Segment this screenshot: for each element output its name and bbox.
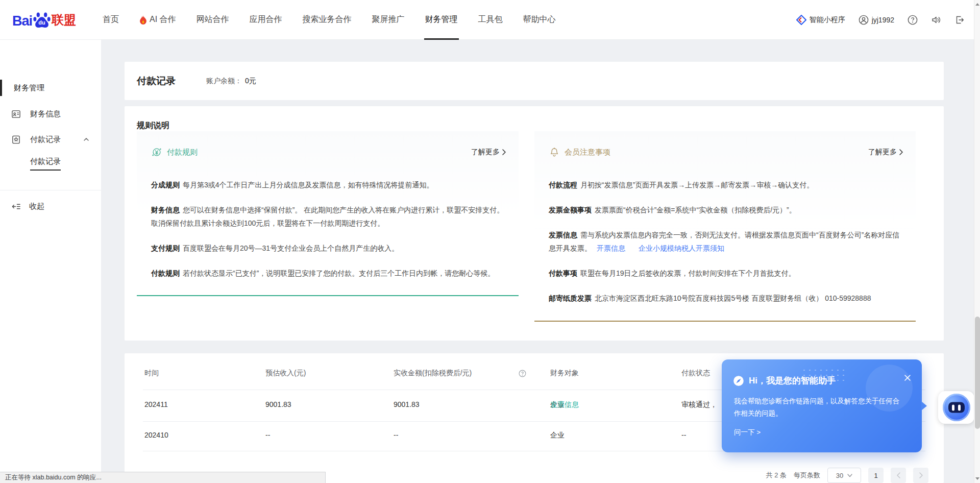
robot-face (948, 402, 965, 413)
cell-estimated: 9001.83 (265, 400, 291, 408)
prev-page-button[interactable] (891, 468, 906, 483)
member-notes-card: 会员注意事项 了解更多 付款流程月初按“发票信息”页面开具发票→上传发票→邮寄发… (534, 131, 916, 322)
sidebar-collapse-button[interactable]: 收起 (0, 197, 101, 215)
close-icon[interactable] (903, 374, 912, 382)
col-header-finance-object: 财务对象 (550, 369, 579, 378)
chevron-left-icon (896, 472, 901, 478)
sidebar: 财务管理 财务信息 付款记录 付款记录 收起 (0, 40, 101, 483)
page-root: Bai du 联盟 首页 AI 合作 网站合作 应用合作 搜索业务合作 聚屏推广… (0, 0, 980, 483)
collapse-sidebar-icon (11, 202, 21, 211)
col-header-actual-amount: 实收金额(扣除税费后/元) (394, 369, 472, 378)
cell-time: 202411 (144, 400, 168, 408)
help-icon[interactable] (908, 15, 918, 25)
rules-section-card: 规则说明 付款规则 了解更多 分成规则每月第3或4个工作日产出上月分成信息及发票… (125, 106, 944, 341)
page-size-label: 每页条数 (794, 471, 820, 480)
header-right-cluster: 智能小程序 jyj1992 (796, 15, 965, 25)
nav-item-search-business[interactable]: 搜索业务合作 (292, 0, 362, 40)
pagination: 共 2 条 每页条数 30 1 (766, 468, 928, 483)
logo-text-lianmeng: 联盟 (52, 12, 76, 28)
page-size-select[interactable]: 30 (827, 468, 861, 483)
rule-item-finance-info: 财务信息您可以在财务信息中选择“保留付款”。 在此期间您产生的收入将在账户内进行… (151, 203, 504, 230)
bell-icon (549, 147, 560, 158)
assistant-popup: Hi，我是您的智能助手 我会帮助您诊断合作链路问题，以及解答您关于任何合作相关的… (722, 359, 922, 452)
chevron-right-icon (919, 472, 923, 478)
logo-text-bai: Bai (12, 13, 32, 29)
vertical-scrollbar[interactable] (974, 0, 980, 483)
rule-item-pay-rule: 支付规则百度联盟会在每月20号—31号支付企业会员上个自然月产生的收入。 (151, 242, 504, 255)
sidebar-section-finance-management[interactable]: 财务管理 (0, 79, 101, 97)
rule-item-invoice-amount: 发票金额事项发票票面“价税合计”金额=系统中“实收金额（扣除税费后/元）”。 (549, 203, 902, 216)
member-notes-header: 会员注意事项 (549, 147, 610, 158)
account-balance: 账户余额：0元 (206, 77, 256, 86)
scroll-down-arrow[interactable] (974, 475, 980, 482)
cell-actual: -- (394, 431, 398, 439)
nav-item-finance-management[interactable]: 财务管理 (415, 0, 468, 40)
cell-time: 202410 (144, 431, 168, 439)
question-circle-icon[interactable] (519, 370, 526, 377)
nav-item-help-center[interactable]: 帮助中心 (513, 0, 566, 40)
member-notes-more-link[interactable]: 了解更多 (868, 148, 903, 157)
logout-icon[interactable] (954, 15, 965, 25)
miniprogram-diamond-icon (796, 15, 806, 25)
ask-now-link[interactable]: 问一下 > (734, 428, 761, 437)
rule-item-share-rule: 分成规则每月第3或4个工作日产出上月分成信息及发票信息，如有特殊情况将提前通知。 (151, 178, 504, 191)
nav-item-home[interactable]: 首页 (92, 0, 129, 40)
chevron-right-icon (502, 149, 506, 155)
cell-status: -- (681, 431, 686, 439)
cell-actual: 9001.83 (394, 400, 420, 408)
compass-icon (733, 375, 744, 387)
robot-head (943, 394, 970, 421)
rule-item-payment-notes: 付款事项联盟在每月19日之后签收的发票，付款时间安排在下个月首批支付。 (549, 267, 902, 280)
rule-item-payment-rule: 付款规则若付款状态显示“已支付”，说明联盟已安排了您的付款。支付后三个工作日内到… (151, 267, 504, 280)
sidebar-divider (0, 190, 101, 190)
small-taxpayer-notice-link[interactable]: 企业小规模纳税人开票须知 (639, 244, 724, 252)
cell-estimated: -- (265, 431, 270, 439)
sidebar-item-finance-info[interactable]: 财务信息 (0, 105, 101, 123)
scrollbar-thumb[interactable] (975, 317, 980, 429)
baidu-union-logo[interactable]: Bai du 联盟 (12, 11, 76, 29)
popup-pointer (921, 401, 927, 410)
assistant-message: 我会帮助您诊断合作链路问题，以及解答您关于任何合作相关的问题。 (734, 395, 905, 420)
payment-rules-header: 付款规则 (151, 147, 198, 158)
assistant-title-row: Hi，我是您的智能助手 (733, 375, 836, 387)
invoice-info-table-link[interactable]: 发票信息 (550, 400, 579, 409)
id-card-icon (11, 109, 21, 119)
nav-item-app-cooperation[interactable]: 应用合作 (239, 0, 292, 40)
col-header-time: 时间 (144, 369, 159, 378)
user-icon (859, 15, 869, 25)
smart-miniprogram-entry[interactable]: 智能小程序 (796, 15, 845, 25)
browser-status-bar: 正在等待 xlab.baidu.com 的响应... (0, 472, 326, 483)
nav-item-ai-cooperation[interactable]: AI 合作 (129, 0, 186, 40)
top-navbar: Bai du 联盟 首页 AI 合作 网站合作 应用合作 搜索业务合作 聚屏推广… (0, 0, 980, 40)
scroll-up-arrow[interactable] (974, 1, 980, 8)
payment-rules-card: 付款规则 了解更多 分成规则每月第3或4个工作日产出上月分成信息及发票信息，如有… (137, 131, 519, 296)
sidebar-subitem-payment-records[interactable]: 付款记录 (30, 156, 61, 171)
active-section-indicator (0, 80, 2, 96)
sound-icon[interactable] (931, 15, 941, 25)
assistant-title: Hi，我是您的智能助手 (749, 375, 836, 387)
assistant-robot-avatar[interactable] (938, 391, 974, 424)
nav-item-website-cooperation[interactable]: 网站合作 (186, 0, 239, 40)
col-header-estimated-income: 预估收入(元) (265, 369, 306, 378)
invoice-info-link[interactable]: 开票信息 (597, 244, 625, 252)
flame-icon (139, 15, 147, 25)
logo-text-du: du (38, 19, 45, 26)
payment-rules-more-link[interactable]: 了解更多 (471, 148, 506, 157)
coin-icon (151, 147, 162, 158)
main-nav: 首页 AI 合作 网站合作 应用合作 搜索业务合作 聚屏推广 财务管理 工具包 … (92, 0, 566, 40)
cell-status: 审核通过， (681, 400, 717, 409)
col-header-payment-status: 付款状态 (681, 369, 710, 378)
chevron-right-icon (899, 149, 903, 155)
user-account[interactable]: jyj1992 (859, 15, 894, 25)
payment-records-header-card: 付款记录 账户余额：0元 (125, 62, 944, 100)
rule-item-invoice-info: 发票信息需与系统内发票信息内容完全一致，否则无法支付。请根据发票信息页面中“百度… (549, 228, 902, 255)
pagination-total: 共 2 条 (766, 471, 787, 480)
chevron-up-icon (83, 136, 90, 143)
next-page-button[interactable] (913, 468, 928, 483)
nav-item-juping-promotion[interactable]: 聚屏推广 (362, 0, 415, 40)
nav-item-toolkit[interactable]: 工具包 (468, 0, 513, 40)
chevron-down-icon (847, 474, 852, 477)
page-title: 付款记录 (137, 75, 176, 88)
sidebar-item-payment-records[interactable]: 付款记录 (0, 130, 101, 149)
page-number-button[interactable]: 1 (868, 468, 884, 483)
